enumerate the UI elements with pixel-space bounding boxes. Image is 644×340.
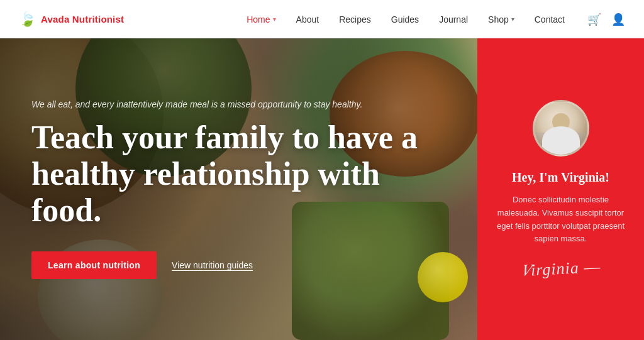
hero-content: We all eat, and every inattentively made…	[0, 38, 459, 340]
nav-item-guides[interactable]: Guides	[381, 0, 429, 38]
side-card: Hey, I'm Virginia! Donec sollicitudin mo…	[477, 38, 644, 340]
nav-icons: 🛒 👤	[587, 13, 625, 26]
avatar	[533, 100, 589, 156]
chevron-down-icon: ▾	[511, 16, 514, 23]
nav-link-guides[interactable]: Guides	[381, 0, 429, 38]
nav-link-shop[interactable]: Shop ▾	[478, 0, 525, 38]
nav-item-recipes[interactable]: Recipes	[329, 0, 381, 38]
cart-button[interactable]: 🛒	[587, 13, 601, 26]
side-card-signature: 𝑉irginia ―	[520, 258, 602, 281]
navbar: 🍃 Avada Nutritionist Home ▾ About Recipe…	[0, 0, 644, 38]
nav-item-journal[interactable]: Journal	[429, 0, 478, 38]
nav-item-about[interactable]: About	[286, 0, 330, 38]
hero-subtitle: We all eat, and every inattentively made…	[31, 99, 428, 109]
view-guides-button[interactable]: View nutrition guides	[172, 260, 253, 270]
learn-nutrition-button[interactable]: Learn about nutrition	[31, 251, 157, 279]
side-card-name: Hey, I'm Virginia!	[512, 170, 609, 185]
side-card-description: Donec sollicitudin molestie malesuada. V…	[495, 194, 626, 246]
logo-icon: 🍃	[19, 11, 36, 28]
nav-item-shop[interactable]: Shop ▾	[478, 0, 525, 38]
hero-actions: Learn about nutrition View nutrition gui…	[31, 251, 428, 279]
nav-item-home[interactable]: Home ▾	[236, 0, 286, 38]
brand-logo[interactable]: 🍃 Avada Nutritionist	[19, 11, 124, 28]
chevron-down-icon: ▾	[273, 16, 276, 23]
brand-name: Avada Nutritionist	[41, 14, 124, 25]
nav-link-home[interactable]: Home ▾	[236, 0, 286, 38]
nav-item-contact[interactable]: Contact	[525, 0, 575, 38]
nav-link-journal[interactable]: Journal	[429, 0, 478, 38]
nav-links: Home ▾ About Recipes Guides Journal	[236, 0, 575, 38]
nav-link-contact[interactable]: Contact	[525, 0, 575, 38]
nav-link-recipes[interactable]: Recipes	[329, 0, 381, 38]
nav-link-about[interactable]: About	[286, 0, 330, 38]
hero-title: Teach your family to have a healthy rela…	[31, 119, 428, 229]
hero-section: We all eat, and every inattentively made…	[0, 38, 644, 340]
avatar-kitchen	[535, 133, 587, 155]
user-button[interactable]: 👤	[611, 13, 625, 26]
